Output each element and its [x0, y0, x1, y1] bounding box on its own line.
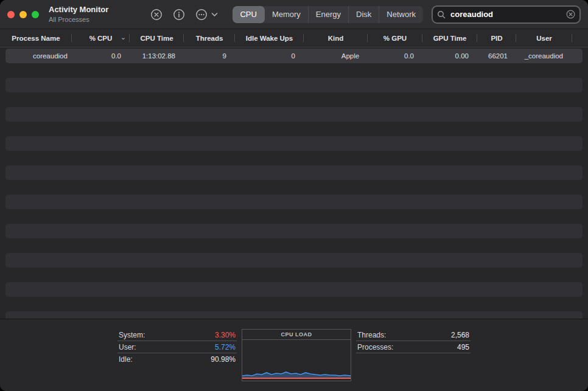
column-label: PID [491, 35, 502, 42]
close-window-button[interactable] [7, 11, 15, 18]
empty-row [0, 107, 588, 122]
search-field[interactable] [432, 5, 581, 24]
cpu-load-graph [242, 340, 351, 381]
counter-threads: Threads:2,568 [356, 329, 471, 341]
x-circle-icon [150, 8, 163, 21]
magnifier-icon [437, 10, 446, 19]
cell-gpu: 0.0 [368, 52, 422, 60]
empty-row [0, 268, 588, 282]
cell-cpu: 0.0 [72, 52, 130, 60]
column-header-gpu[interactable]: % GPU [368, 29, 422, 47]
activity-monitor-window: Activity Monitor All Processes [0, 0, 588, 391]
empty-row [0, 92, 588, 107]
search-input[interactable] [449, 9, 562, 19]
counter-processes: Processes:495 [356, 341, 471, 353]
column-label: Threads [196, 35, 223, 42]
window-subtitle: All Processes [49, 15, 108, 24]
window-controls [7, 11, 39, 18]
cpu-load-box: CPU LOAD [242, 329, 351, 381]
stat-value: 495 [457, 343, 469, 351]
tab-network[interactable]: Network [379, 6, 423, 23]
empty-row [0, 209, 588, 224]
cell-cpu-time: 1:13:02.88 [130, 52, 184, 60]
column-label: CPU Time [140, 35, 173, 42]
tab-memory[interactable]: Memory [265, 6, 309, 23]
empty-row [0, 224, 588, 238]
empty-row [0, 195, 588, 209]
clear-circle-icon [566, 10, 575, 19]
cell-user: _coreaudiod [516, 52, 572, 60]
tab-energy[interactable]: Energy [309, 6, 349, 23]
empty-row [0, 180, 588, 195]
empty-row [0, 78, 588, 92]
column-header-pid[interactable]: PID [477, 29, 516, 47]
column-label: % CPU [89, 35, 113, 42]
stat-value: 90.98% [211, 355, 236, 364]
column-header-kind[interactable]: Kind [304, 29, 368, 47]
titlebar[interactable]: Activity Monitor All Processes [0, 0, 588, 29]
process-table: coreaudiod0.01:13:02.8890Apple0.00.00662… [0, 47, 588, 319]
stat-label: Processes: [357, 343, 393, 351]
cell-pid: 66201 [477, 52, 516, 60]
column-header-cpu-time[interactable]: CPU Time [130, 29, 184, 47]
column-label: GPU Time [433, 35, 467, 42]
status-footer: System:3.30%User:5.72%Idle:90.98% CPU LO… [0, 319, 588, 391]
column-label: Idle Wake Ups [246, 35, 293, 42]
empty-row [0, 151, 588, 165]
column-label: Kind [328, 35, 344, 42]
ellipsis-circle-icon [195, 8, 208, 21]
column-header-gpu-time[interactable]: GPU Time [422, 29, 477, 47]
clear-search-button[interactable] [566, 10, 575, 19]
cell-threads: 9 [184, 52, 235, 60]
header-gutter [572, 29, 588, 47]
cell-kind: Apple [304, 52, 368, 60]
tab-cpu[interactable]: CPU [233, 6, 264, 23]
info-circle-icon [172, 8, 186, 21]
stat-value: 2,568 [451, 331, 469, 339]
zoom-window-button[interactable] [32, 11, 39, 18]
cpu-stat-system: System:3.30% [117, 329, 237, 341]
empty-row [0, 238, 588, 253]
column-header-cpu[interactable]: % CPU⌄ [72, 29, 130, 47]
column-header-process-name[interactable]: Process Name [0, 29, 72, 47]
empty-row [0, 297, 588, 311]
chevron-down-icon [211, 12, 218, 17]
cell-idle-wake-ups: 0 [235, 52, 304, 60]
cell-gpu-time: 0.00 [422, 52, 477, 60]
column-label: Process Name [12, 35, 60, 42]
tab-disk[interactable]: Disk [349, 6, 379, 23]
empty-row [0, 165, 588, 180]
stat-value: 5.72% [215, 343, 236, 351]
window-title: Activity Monitor [49, 5, 108, 15]
cpu-stat-idle: Idle:90.98% [117, 353, 237, 365]
column-label: % GPU [383, 35, 407, 42]
cpu-breakdown: System:3.30%User:5.72%Idle:90.98% [117, 329, 237, 391]
empty-row [0, 311, 588, 319]
empty-row [0, 253, 588, 268]
column-label: User [536, 35, 552, 42]
table-header: Process Name% CPU⌄CPU TimeThreadsIdle Wa… [0, 29, 588, 47]
empty-row [0, 136, 588, 151]
process-row-coreaudiod[interactable]: coreaudiod0.01:13:02.8890Apple0.00.00662… [0, 49, 588, 63]
sort-chevron-down-icon: ⌄ [121, 33, 126, 41]
counters: Threads:2,568Processes:495 [356, 329, 471, 391]
minimize-window-button[interactable] [19, 11, 27, 18]
quit-process-button[interactable] [150, 8, 163, 21]
stat-value: 3.30% [215, 331, 236, 339]
cpu-stat-user: User:5.72% [117, 341, 237, 353]
cell-process-name: coreaudiod [0, 52, 72, 60]
inspect-button[interactable] [172, 8, 186, 21]
view-tabs: CPUMemoryEnergyDiskNetwork [233, 6, 423, 23]
column-header-user[interactable]: User [516, 29, 572, 47]
stat-label: User: [119, 343, 136, 351]
stat-label: Idle: [119, 355, 133, 364]
cpu-load-title: CPU LOAD [242, 330, 351, 340]
more-actions-button[interactable] [195, 8, 218, 21]
column-header-threads[interactable]: Threads [184, 29, 235, 47]
stat-label: Threads: [357, 331, 386, 339]
empty-row [0, 282, 588, 297]
empty-row [0, 63, 588, 78]
empty-row [0, 122, 588, 136]
column-header-idle-wake-ups[interactable]: Idle Wake Ups [235, 29, 304, 47]
toolbar-buttons [150, 8, 218, 21]
